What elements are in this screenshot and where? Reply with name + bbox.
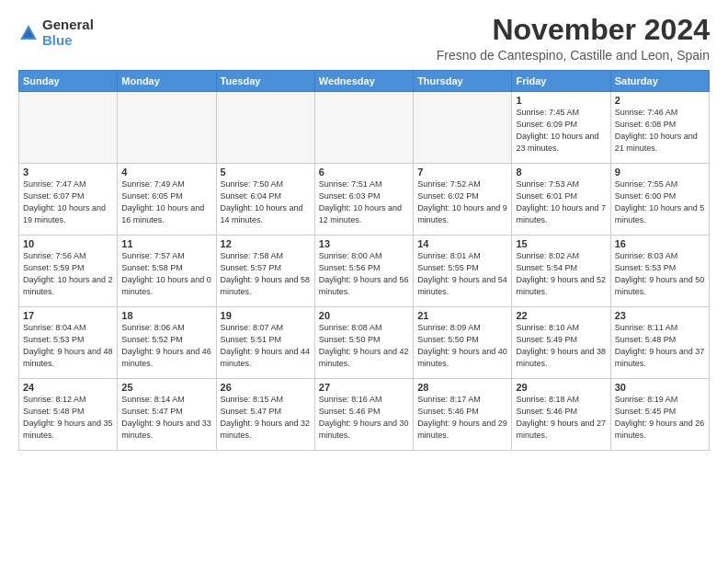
- calendar-header: Sunday Monday Tuesday Wednesday Thursday…: [19, 71, 710, 92]
- calendar-cell: 9Sunrise: 7:55 AM Sunset: 6:00 PM Daylig…: [610, 164, 709, 236]
- day-number: 2: [615, 95, 705, 106]
- day-number: 5: [221, 167, 311, 178]
- day-number: 1: [516, 95, 606, 106]
- day-number: 11: [121, 238, 211, 249]
- day-number: 7: [417, 167, 507, 178]
- header-saturday: Saturday: [610, 71, 709, 92]
- day-info: Sunrise: 8:09 AM Sunset: 5:50 PM Dayligh…: [417, 322, 507, 370]
- logo-text: General Blue: [42, 17, 94, 48]
- header: General Blue November 2024 Fresno de Can…: [18, 14, 710, 63]
- day-info: Sunrise: 8:02 AM Sunset: 5:54 PM Dayligh…: [516, 250, 606, 298]
- day-number: 18: [121, 310, 211, 321]
- day-number: 10: [23, 238, 113, 249]
- day-number: 25: [121, 382, 211, 393]
- calendar-cell: 5Sunrise: 7:50 AM Sunset: 6:04 PM Daylig…: [216, 164, 314, 236]
- day-number: 24: [23, 382, 113, 393]
- calendar-cell: 10Sunrise: 7:56 AM Sunset: 5:59 PM Dayli…: [19, 236, 118, 307]
- day-number: 29: [516, 382, 606, 393]
- day-info: Sunrise: 8:03 AM Sunset: 5:53 PM Dayligh…: [615, 250, 705, 298]
- day-info: Sunrise: 8:17 AM Sunset: 5:46 PM Dayligh…: [417, 394, 507, 442]
- day-info: Sunrise: 7:56 AM Sunset: 5:59 PM Dayligh…: [23, 250, 113, 298]
- day-number: 21: [417, 310, 507, 321]
- calendar-cell: 6Sunrise: 7:51 AM Sunset: 6:03 PM Daylig…: [314, 164, 413, 236]
- day-info: Sunrise: 8:16 AM Sunset: 5:46 PM Dayligh…: [319, 394, 409, 442]
- calendar-table: Sunday Monday Tuesday Wednesday Thursday…: [18, 70, 710, 451]
- calendar-cell: 1Sunrise: 7:45 AM Sunset: 6:09 PM Daylig…: [512, 92, 610, 164]
- day-number: 22: [516, 310, 606, 321]
- calendar-cell: 2Sunrise: 7:46 AM Sunset: 6:08 PM Daylig…: [610, 92, 709, 164]
- calendar-body: 1Sunrise: 7:45 AM Sunset: 6:09 PM Daylig…: [19, 92, 710, 451]
- day-number: 3: [23, 167, 113, 178]
- day-number: 20: [319, 310, 409, 321]
- calendar-cell: 4Sunrise: 7:49 AM Sunset: 6:05 PM Daylig…: [118, 164, 216, 236]
- calendar-cell: 8Sunrise: 7:53 AM Sunset: 6:01 PM Daylig…: [512, 164, 610, 236]
- day-info: Sunrise: 7:45 AM Sunset: 6:09 PM Dayligh…: [516, 107, 606, 155]
- day-info: Sunrise: 7:50 AM Sunset: 6:04 PM Dayligh…: [221, 178, 311, 226]
- calendar-week-4: 17Sunrise: 8:04 AM Sunset: 5:53 PM Dayli…: [19, 307, 710, 379]
- calendar-cell: 7Sunrise: 7:52 AM Sunset: 6:02 PM Daylig…: [414, 164, 512, 236]
- location-title: Fresno de Cantespino, Castille and Leon,…: [437, 48, 710, 63]
- day-info: Sunrise: 7:52 AM Sunset: 6:02 PM Dayligh…: [417, 178, 507, 226]
- calendar-cell: 19Sunrise: 8:07 AM Sunset: 5:51 PM Dayli…: [216, 307, 314, 379]
- day-number: 30: [615, 382, 705, 393]
- day-number: 16: [615, 238, 705, 249]
- calendar-cell: 12Sunrise: 7:58 AM Sunset: 5:57 PM Dayli…: [216, 236, 314, 307]
- header-row: Sunday Monday Tuesday Wednesday Thursday…: [19, 71, 710, 92]
- day-number: 4: [121, 167, 211, 178]
- calendar-cell: 16Sunrise: 8:03 AM Sunset: 5:53 PM Dayli…: [610, 236, 709, 307]
- day-info: Sunrise: 8:08 AM Sunset: 5:50 PM Dayligh…: [319, 322, 409, 370]
- calendar-cell: 17Sunrise: 8:04 AM Sunset: 5:53 PM Dayli…: [19, 307, 118, 379]
- logo-blue: Blue: [42, 33, 94, 49]
- day-info: Sunrise: 7:57 AM Sunset: 5:58 PM Dayligh…: [121, 250, 211, 298]
- day-number: 27: [319, 382, 409, 393]
- calendar-week-1: 1Sunrise: 7:45 AM Sunset: 6:09 PM Daylig…: [19, 92, 710, 164]
- calendar-cell: 3Sunrise: 7:47 AM Sunset: 6:07 PM Daylig…: [19, 164, 118, 236]
- calendar-cell: [19, 92, 118, 164]
- calendar-cell: 22Sunrise: 8:10 AM Sunset: 5:49 PM Dayli…: [512, 307, 610, 379]
- day-number: 14: [417, 238, 507, 249]
- day-info: Sunrise: 8:11 AM Sunset: 5:48 PM Dayligh…: [615, 322, 705, 370]
- day-info: Sunrise: 7:46 AM Sunset: 6:08 PM Dayligh…: [615, 107, 705, 155]
- day-number: 17: [23, 310, 113, 321]
- day-number: 6: [319, 167, 409, 178]
- day-info: Sunrise: 7:47 AM Sunset: 6:07 PM Dayligh…: [23, 178, 113, 226]
- day-number: 9: [615, 167, 705, 178]
- day-number: 26: [221, 382, 311, 393]
- title-block: November 2024 Fresno de Cantespino, Cast…: [437, 14, 710, 63]
- day-number: 28: [417, 382, 507, 393]
- header-wednesday: Wednesday: [314, 71, 413, 92]
- day-number: 19: [221, 310, 311, 321]
- day-info: Sunrise: 8:00 AM Sunset: 5:56 PM Dayligh…: [319, 250, 409, 298]
- calendar-week-2: 3Sunrise: 7:47 AM Sunset: 6:07 PM Daylig…: [19, 164, 710, 236]
- calendar-cell: 21Sunrise: 8:09 AM Sunset: 5:50 PM Dayli…: [414, 307, 512, 379]
- calendar-cell: [414, 92, 512, 164]
- header-tuesday: Tuesday: [216, 71, 314, 92]
- day-info: Sunrise: 8:06 AM Sunset: 5:52 PM Dayligh…: [121, 322, 211, 370]
- header-sunday: Sunday: [19, 71, 118, 92]
- day-info: Sunrise: 8:12 AM Sunset: 5:48 PM Dayligh…: [23, 394, 113, 442]
- month-title: November 2024: [437, 14, 710, 46]
- day-info: Sunrise: 8:15 AM Sunset: 5:47 PM Dayligh…: [221, 394, 311, 442]
- page: General Blue November 2024 Fresno de Can…: [0, 0, 728, 460]
- day-number: 12: [221, 238, 311, 249]
- calendar-cell: 29Sunrise: 8:18 AM Sunset: 5:46 PM Dayli…: [512, 379, 610, 451]
- calendar-cell: 24Sunrise: 8:12 AM Sunset: 5:48 PM Dayli…: [19, 379, 118, 451]
- calendar-cell: 27Sunrise: 8:16 AM Sunset: 5:46 PM Dayli…: [314, 379, 413, 451]
- calendar-cell: 15Sunrise: 8:02 AM Sunset: 5:54 PM Dayli…: [512, 236, 610, 307]
- calendar-cell: 23Sunrise: 8:11 AM Sunset: 5:48 PM Dayli…: [610, 307, 709, 379]
- day-number: 8: [516, 167, 606, 178]
- day-info: Sunrise: 8:04 AM Sunset: 5:53 PM Dayligh…: [23, 322, 113, 370]
- calendar-cell: 26Sunrise: 8:15 AM Sunset: 5:47 PM Dayli…: [216, 379, 314, 451]
- calendar-cell: 28Sunrise: 8:17 AM Sunset: 5:46 PM Dayli…: [414, 379, 512, 451]
- day-number: 23: [615, 310, 705, 321]
- day-info: Sunrise: 7:58 AM Sunset: 5:57 PM Dayligh…: [221, 250, 311, 298]
- logo-icon: [18, 23, 39, 43]
- calendar-cell: [118, 92, 216, 164]
- logo-general: General: [42, 17, 94, 33]
- day-info: Sunrise: 8:19 AM Sunset: 5:45 PM Dayligh…: [615, 394, 705, 442]
- header-thursday: Thursday: [414, 71, 512, 92]
- day-info: Sunrise: 8:01 AM Sunset: 5:55 PM Dayligh…: [417, 250, 507, 298]
- day-number: 15: [516, 238, 606, 249]
- calendar-week-3: 10Sunrise: 7:56 AM Sunset: 5:59 PM Dayli…: [19, 236, 710, 307]
- calendar-cell: 20Sunrise: 8:08 AM Sunset: 5:50 PM Dayli…: [314, 307, 413, 379]
